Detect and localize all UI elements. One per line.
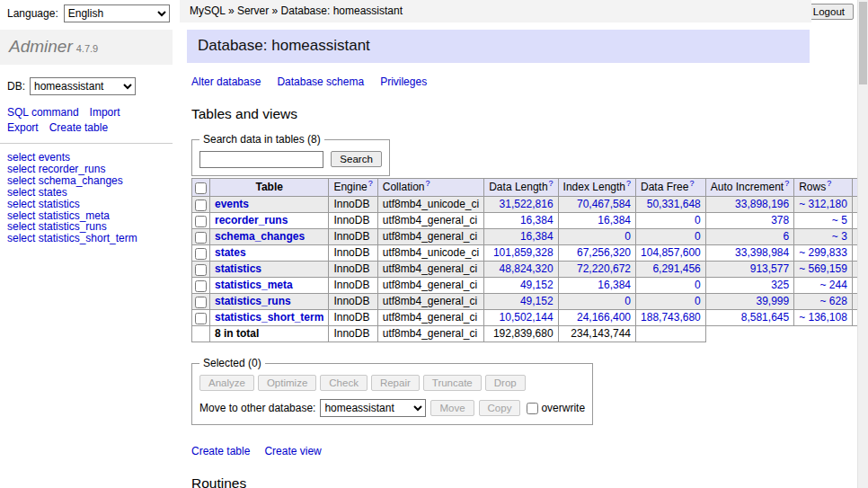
table-name-link[interactable]: statistics (215, 262, 261, 275)
data-length-link[interactable]: 16,384 (520, 214, 554, 226)
table-name-link[interactable]: events (215, 198, 249, 210)
create-link[interactable]: Create table (191, 445, 250, 457)
scrollbar-thumb[interactable] (859, 2, 867, 84)
data-length-link[interactable]: 49,152 (520, 279, 554, 291)
help-link[interactable]: ? (549, 179, 554, 188)
auto-increment-link[interactable]: 8,581,645 (741, 311, 789, 324)
rows-count-link[interactable]: ~ 312,180 (799, 198, 847, 210)
data-free-link[interactable]: 104,857,600 (641, 246, 701, 259)
table-name-link[interactable]: statistics_meta (215, 279, 293, 291)
search-button[interactable]: Search (331, 151, 381, 167)
row-checkbox[interactable] (195, 216, 207, 227)
db-select[interactable]: homeassistant (30, 77, 136, 95)
data-length-cell: 16,384 (484, 229, 558, 245)
rows-count-cell: ~ 312,180 (794, 197, 853, 213)
selected-action-button[interactable]: Truncate (423, 375, 482, 391)
rows-count-link[interactable]: ~ 628 (820, 295, 847, 307)
data-free-link[interactable]: 0 (695, 230, 701, 243)
sidebar-command-link[interactable]: SQL command (7, 106, 79, 119)
row-checkbox[interactable] (195, 280, 207, 292)
rows-count-link[interactable]: ~ 136,108 (799, 311, 847, 324)
row-checkbox[interactable] (195, 264, 207, 276)
copy-button[interactable]: Copy (479, 400, 521, 416)
move-db-select[interactable]: homeassistant (320, 399, 426, 417)
data-free-link[interactable]: 0 (695, 295, 701, 307)
data-length-link[interactable]: 48,824,320 (500, 262, 554, 275)
rows-count-link[interactable]: ~ 3 (832, 230, 847, 243)
index-length-link[interactable]: 0 (624, 230, 631, 243)
data-length-link[interactable]: 101,859,328 (493, 246, 554, 259)
rows-count-link[interactable]: ~ 569,159 (799, 262, 847, 275)
help-link[interactable]: ? (827, 179, 831, 188)
rows-count-link[interactable]: ~ 299,833 (799, 246, 847, 259)
sidebar-table-link[interactable]: select statistics_short_term (7, 232, 137, 244)
sidebar-table-link[interactable]: select statistics_meta (7, 209, 110, 222)
data-length-link[interactable]: 31,522,816 (500, 198, 554, 210)
sidebar-table-link[interactable]: select statistics (7, 198, 80, 210)
table-name-link[interactable]: statistics_runs (215, 295, 291, 307)
db-action-link[interactable]: Alter database (191, 75, 261, 88)
row-checkbox[interactable] (195, 313, 207, 324)
data-free-link[interactable]: 188,743,680 (641, 311, 701, 324)
help-link[interactable]: ? (784, 179, 789, 188)
data-length-link[interactable]: 16,384 (520, 230, 554, 243)
table-name-link[interactable]: statistics_short_term (215, 311, 323, 324)
sidebar-table-link[interactable]: select events (7, 151, 70, 164)
scrollbar[interactable] (857, 0, 868, 488)
row-checkbox[interactable] (195, 248, 207, 260)
rows-count-link[interactable]: ~ 5 (832, 214, 847, 226)
index-length-link[interactable]: 16,384 (598, 214, 631, 226)
auto-increment-link[interactable]: 39,999 (756, 295, 789, 307)
auto-increment-link[interactable]: 378 (771, 214, 789, 226)
sidebar-command-link[interactable]: Import (90, 106, 120, 119)
rows-count-link[interactable]: ~ 244 (820, 279, 847, 291)
move-button[interactable]: Move (430, 400, 474, 416)
sidebar-table-link[interactable]: select statistics_runs (7, 220, 107, 233)
data-free-link[interactable]: 50,331,648 (647, 198, 701, 210)
data-free-link[interactable]: 0 (695, 279, 701, 291)
data-free-link[interactable]: 6,291,456 (652, 262, 700, 275)
auto-increment-link[interactable]: 325 (771, 279, 789, 291)
auto-increment-link[interactable]: 33,898,196 (735, 198, 789, 210)
help-link[interactable]: ? (425, 179, 430, 188)
search-input[interactable] (199, 151, 323, 168)
selected-action-button[interactable]: Optimize (258, 375, 316, 391)
table-name-link[interactable]: states (215, 246, 246, 259)
help-link[interactable]: ? (368, 179, 373, 188)
auto-increment-link[interactable]: 913,577 (750, 262, 789, 275)
selected-action-button[interactable]: Repair (371, 375, 420, 391)
index-length-link[interactable]: 70,467,584 (577, 198, 631, 210)
selected-action-button[interactable]: Analyze (199, 375, 254, 391)
sidebar-table-link[interactable]: select schema_changes (7, 174, 123, 187)
row-checkbox[interactable] (195, 200, 207, 211)
sidebar-table-link[interactable]: select recorder_runs (7, 163, 105, 175)
auto-increment-link[interactable]: 6 (783, 230, 789, 243)
table-name-link[interactable]: schema_changes (215, 230, 305, 243)
table-name-link[interactable]: recorder_runs (215, 214, 288, 226)
selected-action-button[interactable]: Check (320, 375, 368, 391)
help-link[interactable]: ? (626, 179, 631, 188)
index-length-link[interactable]: 0 (624, 295, 631, 307)
data-free-link[interactable]: 0 (695, 214, 701, 226)
index-length-link[interactable]: 16,384 (598, 279, 631, 291)
data-length-link[interactable]: 49,152 (520, 295, 554, 307)
index-length-link[interactable]: 24,166,400 (577, 311, 631, 324)
create-link[interactable]: Create view (264, 445, 321, 457)
sidebar-table-link[interactable]: select states (7, 186, 67, 199)
index-length-link[interactable]: 67,256,320 (577, 246, 631, 259)
data-length-link[interactable]: 10,502,144 (500, 311, 554, 324)
db-action-link[interactable]: Database schema (277, 75, 364, 88)
row-checkbox[interactable] (195, 232, 207, 244)
breadcrumb[interactable]: MySQL » Server » Database: homeassistant (180, 0, 811, 22)
db-action-link[interactable]: Privileges (380, 75, 427, 88)
sidebar-command-link[interactable]: Create table (49, 121, 108, 134)
select-all-checkbox[interactable] (195, 182, 207, 194)
index-length-link[interactable]: 72,220,672 (577, 262, 631, 275)
auto-increment-link[interactable]: 33,398,984 (735, 246, 789, 259)
help-link[interactable]: ? (689, 179, 694, 188)
language-select[interactable]: English (64, 4, 170, 22)
selected-action-button[interactable]: Drop (485, 375, 526, 391)
sidebar-command-link[interactable]: Export (7, 121, 39, 134)
row-checkbox[interactable] (195, 297, 207, 308)
overwrite-checkbox[interactable] (527, 403, 538, 414)
